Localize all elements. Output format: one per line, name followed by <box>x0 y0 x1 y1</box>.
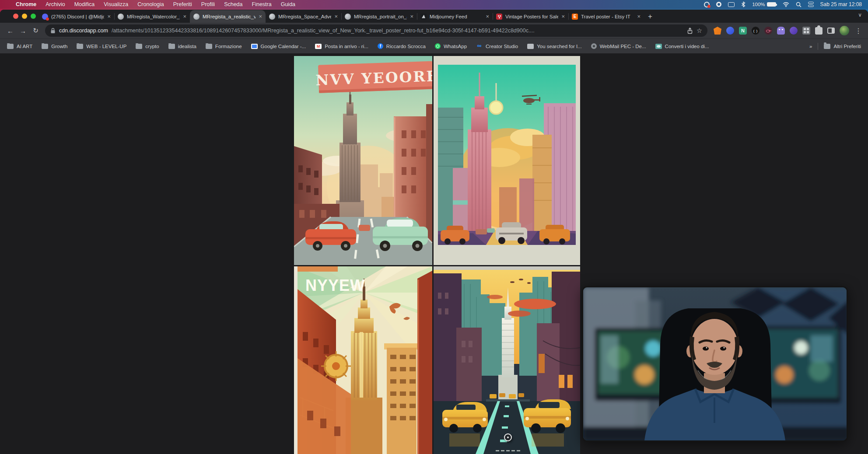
bookmark-item[interactable]: Creator Studio <box>476 44 518 49</box>
tab-close-icon[interactable]: × <box>410 14 413 19</box>
presenter-video <box>583 287 848 440</box>
bookmarks-divider <box>818 43 818 50</box>
minimize-window-button[interactable] <box>22 14 27 19</box>
side-panel-icon[interactable] <box>827 28 835 34</box>
menu-item[interactable]: Scheda <box>224 1 242 7</box>
tab-favicon <box>420 14 427 20</box>
menu-item[interactable]: Cronologia <box>137 1 164 7</box>
tab-close-icon[interactable]: × <box>107 14 111 19</box>
browser-tabs: (2765) Discord | @Midjou × MRregista_Wat… <box>38 10 644 23</box>
bookmark-item[interactable]: Growth <box>42 44 67 49</box>
ghost-extension-icon[interactable] <box>777 27 785 35</box>
share-icon[interactable] <box>687 28 693 34</box>
bookmark-icon <box>315 44 322 49</box>
bookmarks-overflow-icon[interactable]: » <box>809 44 812 49</box>
browser-tab[interactable]: MRregista_Space_Advent × <box>266 10 341 23</box>
bookmark-label: Creator Studio <box>486 44 518 49</box>
menu-item[interactable]: Finestra <box>252 1 272 7</box>
bookmark-item[interactable]: AI ART <box>7 44 32 49</box>
tab-close-icon[interactable]: × <box>486 14 489 19</box>
tab-close-icon[interactable]: × <box>561 14 565 19</box>
extensions-puzzle-icon[interactable] <box>815 27 822 35</box>
spotlight-search-icon[interactable] <box>796 2 802 7</box>
fullscreen-window-button[interactable] <box>31 14 36 19</box>
lock-icon[interactable] <box>50 28 56 34</box>
bookmark-item[interactable]: idealista <box>168 44 196 49</box>
browser-tab[interactable]: MRregista_a_realistic_vie × <box>190 10 266 23</box>
browser-tab[interactable]: Travel poster - Etsy IT × <box>568 10 644 23</box>
bookmark-item[interactable]: WebMail PEC - De... <box>591 43 646 49</box>
close-window-button[interactable] <box>13 14 18 19</box>
profile-avatar[interactable] <box>840 26 849 35</box>
metamask-extension-icon[interactable] <box>714 27 721 35</box>
menu-items: ChromeArchivioModificaVisualizzaCronolog… <box>16 1 295 7</box>
bookmark-item[interactable]: WhatsApp <box>435 43 467 49</box>
bookmark-icon <box>527 44 534 49</box>
bookmark-icon <box>251 44 258 49</box>
new-tab-button[interactable]: + <box>644 10 656 23</box>
browser-tab[interactable]: Vintage Posters for Sale | × <box>493 10 568 23</box>
back-button[interactable]: ← <box>4 25 16 37</box>
tab-search-chevron-icon[interactable]: ∨ <box>858 12 862 18</box>
display-icon[interactable] <box>728 2 735 7</box>
poster-new-york-retro: NVV YEOORE <box>294 56 432 265</box>
menubar-clock[interactable]: Sab 25 mar 12:08 <box>820 1 862 7</box>
screen-record-icon[interactable] <box>704 2 710 7</box>
bookmark-star-icon[interactable]: ☆ <box>696 27 702 34</box>
other-bookmarks-label: Altri Preferiti <box>833 44 861 49</box>
reload-button[interactable]: ↻ <box>30 25 42 37</box>
menu-item[interactable]: Modifica <box>74 1 95 7</box>
menu-item[interactable]: Visualizza <box>104 1 128 7</box>
bookmark-item[interactable]: Formazione <box>206 44 242 49</box>
bookmark-item[interactable]: Google Calendar -... <box>251 44 306 49</box>
bookmark-item[interactable]: Converti i video di... <box>655 44 709 49</box>
bookmark-icon <box>7 44 14 49</box>
wifi-icon[interactable] <box>783 2 789 7</box>
browser-tab[interactable]: MRregista_Watercolor_Pa × <box>114 10 190 23</box>
macos-menubar: ChromeArchivioModificaVisualizzaCronolog… <box>0 0 868 9</box>
blue-extension-icon[interactable] <box>726 27 734 35</box>
bookmark-label: Posta in arrivo - ri... <box>325 44 368 49</box>
tab-close-icon[interactable]: × <box>637 14 640 19</box>
tab-favicon <box>193 14 200 20</box>
obs-icon[interactable] <box>716 2 721 7</box>
tab-favicon <box>118 14 124 20</box>
battery-indicator[interactable]: 100% <box>752 2 776 7</box>
tab-close-icon[interactable]: × <box>183 14 186 19</box>
bluetooth-icon[interactable] <box>741 1 746 7</box>
url-host: cdn.discordapp.com <box>59 28 108 34</box>
bookmark-item[interactable]: You searched for I... <box>527 44 582 49</box>
grid-extension-icon[interactable] <box>802 27 810 35</box>
tab-close-icon[interactable]: × <box>334 14 338 19</box>
browser-tab[interactable]: (2765) Discord | @Midjou × <box>38 10 114 23</box>
bookmark-item[interactable]: Riccardo Scrocca <box>378 43 426 49</box>
bookmark-item[interactable]: crypto <box>136 44 159 49</box>
menu-item[interactable]: Profili <box>201 1 215 7</box>
chrome-menu-dots-icon[interactable]: ⋮ <box>855 27 862 35</box>
password-key-extension-icon[interactable] <box>764 27 772 35</box>
menu-item[interactable]: Chrome <box>16 1 36 7</box>
poster-art: NYYEW <box>294 266 432 454</box>
browser-tab[interactable]: MRregista_portrait_on_a_ × <box>341 10 417 23</box>
address-bar[interactable]: cdn.discordapp.com /attachments/10135123… <box>45 24 707 37</box>
tab-label: MRregista_Watercolor_Pa <box>127 14 180 19</box>
bookmark-items: AI ART Growth WEB - LEVEL-UP crypto <box>7 43 709 49</box>
bookmark-item[interactable]: WEB - LEVEL-UP <box>77 44 126 49</box>
user-switch-icon[interactable] <box>808 2 814 7</box>
purple-extension-icon[interactable] <box>790 27 798 35</box>
forward-button[interactable]: → <box>17 25 29 37</box>
menu-item[interactable]: Preferiti <box>173 1 192 7</box>
tab-label: MRregista_a_realistic_vie <box>203 14 256 19</box>
menubar-status-area: 100% Sab 25 mar 12:08 <box>704 1 862 7</box>
n-extension-icon[interactable] <box>739 27 747 35</box>
menu-item[interactable]: Archivio <box>46 1 65 7</box>
bookmark-icon <box>378 43 383 49</box>
menu-item[interactable]: Guida <box>281 1 295 7</box>
tab-close-icon[interactable]: × <box>259 14 262 19</box>
parentheses-extension-icon[interactable] <box>752 27 760 35</box>
browser-tab[interactable]: Midjourney Feed × <box>417 10 493 23</box>
tab-strip: (2765) Discord | @Midjou × MRregista_Wat… <box>0 10 868 23</box>
bookmark-label: crypto <box>145 44 159 49</box>
bookmark-item[interactable]: Posta in arrivo - ri... <box>315 44 368 49</box>
other-bookmarks-folder[interactable]: Altri Preferiti <box>824 44 861 49</box>
